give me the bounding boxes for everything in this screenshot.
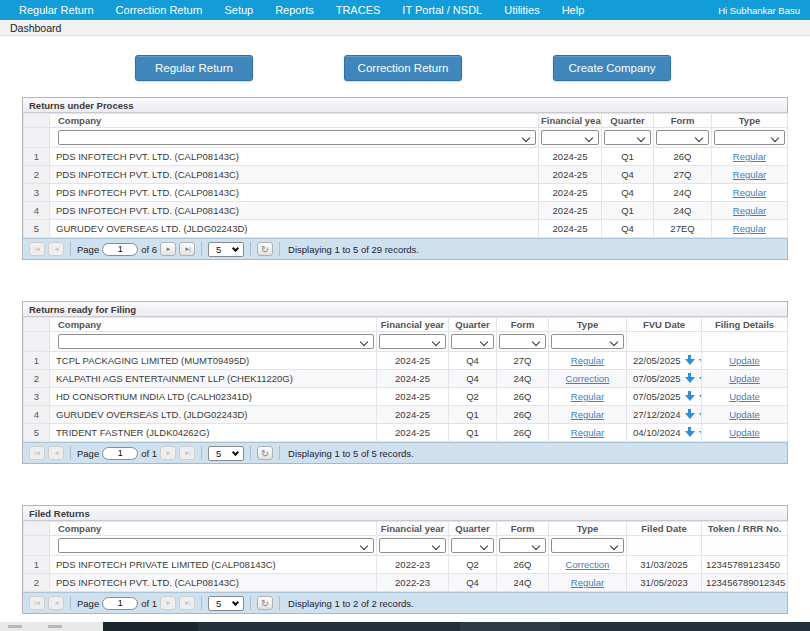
download-icon[interactable] — [685, 409, 695, 420]
table-row: 1PDS INFOTECH PRIVATE LIMITED (CALP08143… — [24, 556, 788, 574]
taskbar-left-segment — [0, 622, 103, 631]
chevron-down-icon — [232, 244, 239, 251]
create-company-button[interactable]: Create Company — [553, 55, 671, 81]
update-link[interactable]: Update — [729, 391, 760, 402]
menu-item-traces[interactable]: TRACES — [325, 4, 392, 16]
menu-item-reports[interactable]: Reports — [264, 4, 325, 16]
pager-divider — [250, 242, 251, 256]
dashboard-content: Returns under Process CompanyFinancial y… — [22, 97, 788, 614]
return-type-link[interactable]: Regular — [733, 151, 766, 162]
return-type-link[interactable]: Regular — [733, 205, 766, 216]
refresh-button[interactable]: ↻ — [257, 596, 273, 610]
return-type-link[interactable]: Correction — [566, 559, 610, 570]
table-row: 1PDS INFOTECH PVT. LTD. (CALP08143C)2024… — [24, 148, 788, 166]
first-page-button[interactable]: |◄ — [29, 596, 45, 610]
download-icon[interactable] — [685, 355, 695, 366]
column-header-quarter: Quarter — [602, 114, 654, 128]
return-type-link[interactable]: Regular — [733, 187, 766, 198]
download-icon[interactable] — [685, 373, 695, 384]
column-header-company: Company — [50, 318, 377, 332]
filter-select-company[interactable] — [58, 334, 374, 349]
chevron-down-icon — [232, 598, 239, 605]
filter-select-quarter[interactable] — [451, 334, 494, 349]
update-link[interactable]: Update — [729, 409, 760, 420]
filter-select-fy[interactable] — [379, 334, 446, 349]
return-type-link[interactable]: Regular — [733, 223, 766, 234]
column-header-token: Token / RRR No. — [702, 522, 788, 536]
filter-select-quarter[interactable] — [451, 538, 494, 553]
page-size-select[interactable]: 5 — [208, 446, 244, 461]
return-type-link[interactable]: Regular — [571, 427, 604, 438]
refresh-button[interactable]: ↻ — [257, 242, 273, 256]
return-type-link[interactable]: Regular — [571, 355, 604, 366]
pager-divider — [279, 446, 280, 460]
filter-select-company[interactable] — [58, 538, 374, 553]
filter-select-form[interactable] — [499, 334, 546, 349]
pager-divider — [201, 446, 202, 460]
download-icon[interactable] — [685, 427, 695, 438]
first-page-button[interactable]: |◄ — [29, 242, 45, 256]
page-size-value: 5 — [216, 448, 221, 459]
menu-item-correction-return[interactable]: Correction Return — [105, 4, 214, 16]
last-page-button[interactable]: ►| — [179, 446, 195, 460]
correction-return-button[interactable]: Correction Return — [344, 55, 462, 81]
next-page-button[interactable]: ► — [160, 242, 176, 256]
update-link[interactable]: Update — [729, 373, 760, 384]
refresh-button[interactable]: ↻ — [257, 446, 273, 460]
fvu-date: 22/05/2025 — [633, 355, 681, 366]
first-page-button[interactable]: |◄ — [29, 446, 45, 460]
filter-select-form[interactable] — [499, 538, 546, 553]
page-number-input[interactable] — [102, 243, 138, 256]
column-header-form: Form — [654, 114, 712, 128]
table-row: 2KALPATHI AGS ENTERTAINMENT LLP (CHEK112… — [24, 370, 788, 388]
filter-select-type[interactable] — [551, 334, 624, 349]
page-number-input[interactable] — [102, 597, 138, 610]
page-label: Page — [77, 598, 99, 609]
table-row: 2PDS INFOTECH PVT. LTD. (CALP08143C)2022… — [24, 574, 788, 592]
regular-return-button[interactable]: Regular Return — [135, 55, 253, 81]
filter-select-company[interactable] — [58, 130, 536, 145]
filter-select-type[interactable] — [551, 538, 624, 553]
panel-filed-returns: Filed Returns CompanyFinancial yearQuart… — [22, 505, 788, 614]
last-page-button[interactable]: ►| — [179, 242, 195, 256]
prev-page-button[interactable]: ◄ — [48, 596, 64, 610]
next-page-button[interactable]: ► — [160, 596, 176, 610]
filter-select-fy[interactable] — [379, 538, 446, 553]
next-page-button[interactable]: ► — [160, 446, 176, 460]
filter-select-form[interactable] — [656, 130, 709, 145]
return-type-link[interactable]: Regular — [571, 391, 604, 402]
filter-select-quarter[interactable] — [604, 130, 651, 145]
column-header-fy: Financial year — [377, 522, 449, 536]
menubar: Regular ReturnCorrection ReturnSetupRepo… — [0, 0, 810, 20]
panel-title: Returns ready for Filing — [23, 302, 787, 317]
return-type-link[interactable]: Regular — [571, 577, 604, 588]
page-size-select[interactable]: 5 — [208, 596, 244, 611]
filter-select-fy[interactable] — [541, 130, 599, 145]
return-type-link[interactable]: Regular — [733, 169, 766, 180]
download-icon[interactable] — [685, 391, 695, 402]
page-of-label: of 1 — [141, 598, 157, 609]
menu-item-help[interactable]: Help — [551, 4, 596, 16]
menu-item-utilities[interactable]: Utilities — [493, 4, 550, 16]
pager-divider — [250, 596, 251, 610]
prev-page-button[interactable]: ◄ — [48, 446, 64, 460]
update-link[interactable]: Update — [729, 427, 760, 438]
menu-item-setup[interactable]: Setup — [213, 4, 264, 16]
filter-select-type[interactable] — [714, 130, 785, 145]
prev-page-button[interactable]: ◄ — [48, 242, 64, 256]
menu-item-regular-return[interactable]: Regular Return — [8, 4, 105, 16]
column-header-fvu_date: FVU Date — [627, 318, 702, 332]
menu-item-it-portal-nsdl[interactable]: IT Portal / NSDL — [391, 4, 493, 16]
panel-returns-ready-for-filing: Returns ready for Filing CompanyFinancia… — [22, 301, 788, 464]
column-header-company: Company — [50, 522, 377, 536]
fvu-date: 04/10/2024 — [633, 427, 681, 438]
column-header-form: Form — [497, 522, 549, 536]
page-size-select[interactable]: 5 — [208, 242, 244, 257]
update-link[interactable]: Update — [729, 355, 760, 366]
column-header-filing: Filing Details — [702, 318, 788, 332]
return-type-link[interactable]: Regular — [571, 409, 604, 420]
last-page-button[interactable]: ►| — [179, 596, 195, 610]
page-number-input[interactable] — [102, 447, 138, 460]
return-type-link[interactable]: Correction — [566, 373, 610, 384]
breadcrumb[interactable]: Dashboard — [10, 22, 61, 34]
